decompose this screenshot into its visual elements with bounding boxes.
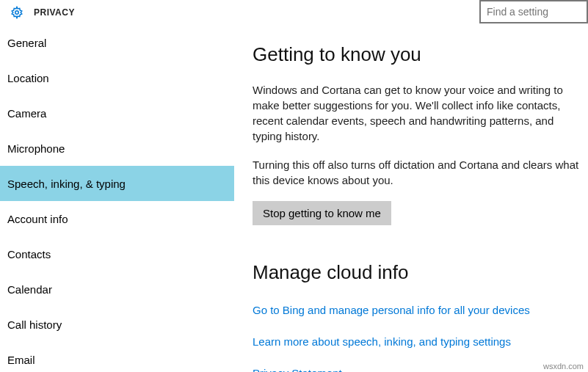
sidebar-item-label: Location [7,72,49,84]
watermark: wsxdn.com [543,362,584,371]
sidebar-item-label: Microphone [7,142,65,155]
page-title: PRIVACY [34,7,75,18]
sidebar-item-label: Camera [7,107,46,120]
search-input[interactable] [479,0,588,23]
sidebar-item-label: General [7,37,46,49]
sidebar-item-email[interactable]: Email [0,342,234,372]
sidebar-item-label: Email [7,354,35,366]
content: Getting to know you Windows and Cortana … [235,25,588,372]
sidebar-item-camera[interactable]: Camera [0,95,234,131]
sidebar-item-speech-inking-typing[interactable]: Speech, inking, & typing [0,166,234,201]
description-2: Turning this off also turns off dictatio… [253,157,588,188]
heading-getting-to-know-you: Getting to know you [253,41,588,68]
sidebar-item-label: Call history [7,318,62,331]
sidebar-item-label: Account info [7,213,68,225]
sidebar-item-location[interactable]: Location [0,60,234,95]
svg-point-0 [15,11,19,15]
sidebar-item-account-info[interactable]: Account info [0,201,234,236]
link-privacy-statement[interactable]: Privacy Statement [253,365,588,372]
gear-icon [10,6,23,19]
sidebar-item-label: Contacts [7,248,51,260]
stop-getting-to-know-me-button[interactable]: Stop getting to know me [253,201,391,225]
link-learn-more[interactable]: Learn more about speech, inking, and typ… [253,334,588,349]
search-box[interactable] [479,0,588,23]
sidebar-item-label: Speech, inking, & typing [7,178,126,190]
sidebar-item-calendar[interactable]: Calendar [0,271,234,307]
sidebar-item-microphone[interactable]: Microphone [0,131,234,166]
sidebar-item-general[interactable]: General [0,25,234,60]
description-1: Windows and Cortana can get to know your… [253,82,588,144]
sidebar-item-call-history[interactable]: Call history [0,307,234,342]
sidebar-item-contacts[interactable]: Contacts [0,236,234,271]
link-bing-personal-info[interactable]: Go to Bing and manage personal info for … [253,302,588,318]
heading-manage-cloud-info: Manage cloud info [253,259,588,285]
sidebar: General Location Camera Microphone Speec… [0,25,235,372]
sidebar-item-label: Calendar [7,283,52,296]
